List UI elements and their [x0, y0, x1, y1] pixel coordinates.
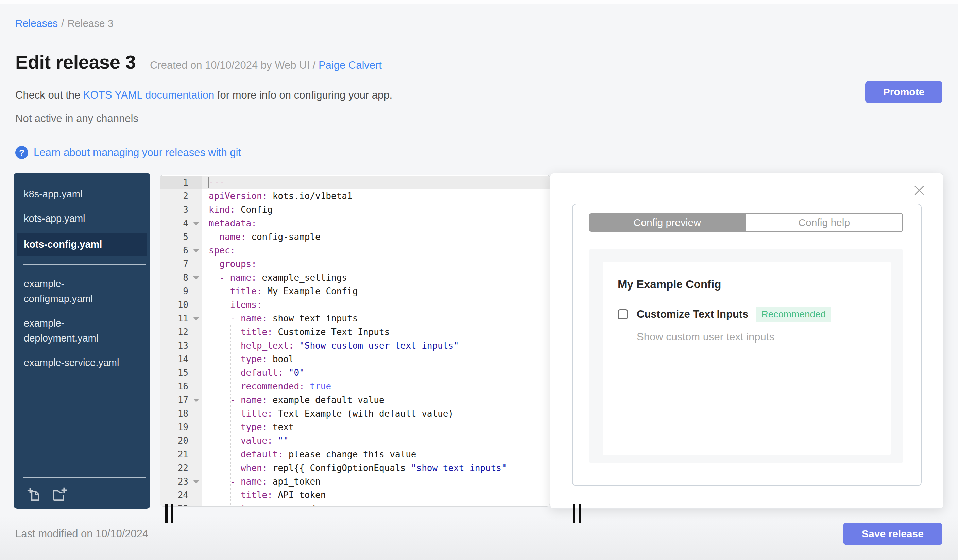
- sidebar-bottom-divider: [23, 478, 146, 478]
- docs-note: Check out the KOTS YAML documentation fo…: [15, 89, 392, 101]
- line-gutter: 18: [160, 407, 202, 420]
- code-text[interactable]: apiVersion: kots.io/v1beta1: [202, 189, 550, 203]
- new-file-icon[interactable]: [27, 486, 42, 502]
- customize-text-inputs-checkbox[interactable]: [618, 309, 628, 320]
- line-number: 13: [160, 339, 202, 353]
- line-gutter: 22: [160, 461, 202, 475]
- editor-line[interactable]: 11 - name: show_text_inputs: [160, 312, 550, 325]
- new-folder-icon[interactable]: [51, 486, 67, 502]
- editor-line[interactable]: 25 type: password: [160, 502, 550, 507]
- code-text[interactable]: title: Customize Text Inputs: [202, 325, 550, 339]
- line-number: 19: [160, 420, 202, 434]
- fold-arrow-icon[interactable]: [193, 399, 199, 402]
- editor-line[interactable]: 10 items:: [160, 298, 550, 312]
- sidebar-file-kots-config.yaml[interactable]: kots-config.yaml: [17, 233, 147, 256]
- editor-line[interactable]: 4metadata:: [160, 217, 550, 230]
- editor-line[interactable]: 21 default: please change this value: [160, 448, 550, 461]
- editor-line[interactable]: 1---: [160, 176, 550, 189]
- editor-line[interactable]: 23 - name: api_token: [160, 475, 550, 488]
- editor-lines: 1---2apiVersion: kots.io/v1beta13kind: C…: [160, 176, 550, 507]
- editor-line[interactable]: 20 value: "": [160, 434, 550, 448]
- fold-arrow-icon[interactable]: [193, 480, 199, 484]
- code-text[interactable]: title: Text Example (with default value): [202, 407, 550, 420]
- code-text[interactable]: value: "": [202, 434, 550, 448]
- recommended-badge: Recommended: [756, 307, 831, 322]
- git-link[interactable]: Learn about managing your releases with …: [34, 146, 241, 159]
- line-gutter: 12: [160, 325, 202, 339]
- tab-config-help[interactable]: Config help: [745, 213, 903, 232]
- code-text[interactable]: type: password: [202, 502, 550, 507]
- sidebar-resize-handle[interactable]: [165, 504, 173, 523]
- editor-line[interactable]: 2apiVersion: kots.io/v1beta1: [160, 189, 550, 203]
- editor-line[interactable]: 12 title: Customize Text Inputs: [160, 325, 550, 339]
- yaml-code-editor[interactable]: 1---2apiVersion: kots.io/v1beta13kind: C…: [160, 175, 550, 507]
- edit-release-page: Releases/Release 3 Edit release 3 Create…: [0, 0, 958, 560]
- channel-status: Not active in any channels: [15, 112, 138, 125]
- code-text[interactable]: type: text: [202, 420, 550, 434]
- code-text[interactable]: when: repl{{ ConfigOptionEquals "show_te…: [202, 461, 550, 475]
- editor-line[interactable]: 18 title: Text Example (with default val…: [160, 407, 550, 420]
- code-text[interactable]: default: please change this value: [202, 448, 550, 461]
- sidebar-file-example-configmap.yaml[interactable]: example-configmap.yaml: [14, 272, 150, 311]
- line-gutter: 6: [160, 244, 202, 257]
- sidebar-file-k8s-app.yaml[interactable]: k8s-app.yaml: [14, 182, 150, 206]
- fold-arrow-icon[interactable]: [193, 317, 199, 320]
- editor-line[interactable]: 13 help_text: "Show custom user text inp…: [160, 339, 550, 353]
- line-number: 21: [160, 448, 202, 461]
- author-link[interactable]: Paige Calvert: [319, 59, 382, 71]
- line-number: 12: [160, 325, 202, 339]
- line-gutter: 20: [160, 434, 202, 448]
- code-text[interactable]: type: bool: [202, 353, 550, 366]
- tab-config-preview[interactable]: Config preview: [589, 213, 745, 232]
- panel-resize-handle[interactable]: [573, 504, 581, 523]
- git-help-link-row[interactable]: ? Learn about managing your releases wit…: [15, 146, 241, 159]
- code-text[interactable]: spec:: [202, 244, 550, 257]
- editor-line[interactable]: 24 title: API token: [160, 488, 550, 502]
- code-text[interactable]: ---: [202, 176, 550, 189]
- line-gutter: 11: [160, 312, 202, 325]
- kots-docs-link[interactable]: KOTS YAML documentation: [83, 89, 214, 101]
- fold-arrow-icon[interactable]: [193, 276, 199, 280]
- editor-line[interactable]: 16 recommended: true: [160, 380, 550, 393]
- editor-line[interactable]: 14 type: bool: [160, 353, 550, 366]
- sidebar-file-kots-app.yaml[interactable]: kots-app.yaml: [14, 206, 150, 231]
- save-release-button[interactable]: Save release: [843, 523, 942, 545]
- editor-line[interactable]: 8 - name: example_settings: [160, 271, 550, 285]
- breadcrumb-releases-link[interactable]: Releases: [15, 18, 58, 29]
- editor-line[interactable]: 3kind: Config: [160, 203, 550, 217]
- code-text[interactable]: groups:: [202, 257, 550, 271]
- code-text[interactable]: default: "0": [202, 366, 550, 380]
- code-text[interactable]: - name: example_default_value: [202, 393, 550, 407]
- code-text[interactable]: title: API token: [202, 488, 550, 502]
- fold-arrow-icon[interactable]: [193, 249, 199, 253]
- help-question-icon[interactable]: ?: [15, 146, 28, 159]
- code-text[interactable]: - name: api_token: [202, 475, 550, 488]
- editor-line[interactable]: 22 when: repl{{ ConfigOptionEquals "show…: [160, 461, 550, 475]
- promote-button[interactable]: Promote: [865, 81, 942, 103]
- sidebar-file-example-deployment.yaml[interactable]: example-deployment.yaml: [14, 311, 150, 350]
- close-icon[interactable]: [913, 184, 925, 196]
- code-text[interactable]: name: config-sample: [202, 230, 550, 244]
- code-text[interactable]: kind: Config: [202, 203, 550, 217]
- editor-line[interactable]: 9 title: My Example Config: [160, 285, 550, 298]
- sidebar-divider: [23, 264, 146, 265]
- code-text[interactable]: metadata:: [202, 217, 550, 230]
- editor-line[interactable]: 7 groups:: [160, 257, 550, 271]
- code-text[interactable]: - name: show_text_inputs: [202, 312, 550, 325]
- config-group-card: My Example Config Customize Text Inputs …: [603, 262, 891, 455]
- editor-line[interactable]: 15 default: "0": [160, 366, 550, 380]
- line-number: 5: [160, 230, 202, 244]
- code-text[interactable]: - name: example_settings: [202, 271, 550, 285]
- editor-line[interactable]: 17 - name: example_default_value: [160, 393, 550, 407]
- line-gutter: 23: [160, 475, 202, 488]
- editor-line[interactable]: 5 name: config-sample: [160, 230, 550, 244]
- code-text[interactable]: title: My Example Config: [202, 285, 550, 298]
- code-text[interactable]: recommended: true: [202, 380, 550, 393]
- fold-arrow-icon[interactable]: [193, 222, 199, 225]
- editor-line[interactable]: 6spec:: [160, 244, 550, 257]
- code-text[interactable]: help_text: "Show custom user text inputs…: [202, 339, 550, 353]
- sidebar-file-example-service.yaml[interactable]: example-service.yaml: [14, 350, 150, 375]
- created-info: Created on 10/10/2024 by Web UI / Paige …: [150, 59, 382, 71]
- code-text[interactable]: items:: [202, 298, 550, 312]
- editor-line[interactable]: 19 type: text: [160, 420, 550, 434]
